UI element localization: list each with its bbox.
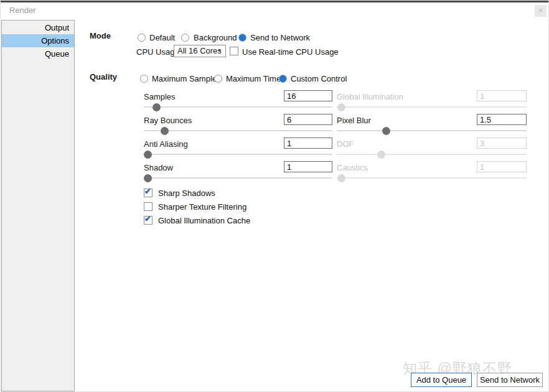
close-icon[interactable]: ✕ [535, 5, 547, 17]
slider-handle[interactable] [377, 151, 385, 159]
radio-custom-control[interactable] [279, 75, 287, 83]
slider-handle[interactable] [337, 103, 345, 111]
slider-label: DOF [337, 139, 354, 149]
checkbox-sharper-texture-filtering-label: Sharper Texture Filtering [158, 202, 246, 212]
slider-value-input[interactable] [284, 114, 332, 125]
radio-background[interactable] [181, 34, 189, 42]
cpu-usage-select[interactable]: All 16 Cores ▼ [174, 45, 226, 57]
checkmark-icon: ✔ [144, 214, 151, 223]
slider-value-input[interactable] [477, 161, 527, 172]
slider-value-input[interactable] [284, 161, 332, 172]
radio-maximum-samples-label: Maximum Samples [152, 74, 221, 83]
realtime-cpu-label: Use Real-time CPU Usage [242, 47, 339, 57]
chevron-down-icon: ▼ [217, 45, 222, 57]
radio-default[interactable] [138, 34, 146, 42]
slider-handle[interactable] [152, 103, 161, 111]
radio-maximum-time[interactable] [214, 75, 222, 83]
slider-track[interactable] [144, 154, 332, 155]
slider-row-caustics: Caustics [337, 162, 527, 184]
slider-label: Anti Aliasing [144, 139, 188, 149]
checkmark-icon: ✔ [144, 187, 151, 196]
realtime-cpu-checkbox[interactable]: ✔ [230, 47, 238, 55]
slider-handle[interactable] [144, 151, 152, 159]
slider-value-input[interactable] [477, 138, 527, 149]
radio-maximum-time-label: Maximum Time [226, 74, 281, 83]
slider-track[interactable] [337, 154, 527, 155]
slider-label: Caustics [337, 163, 368, 172]
quality-section-label: Quality [90, 72, 117, 82]
sidebar-item-queue[interactable]: Queue [2, 47, 74, 60]
slider-row-global-illumination: Global Illumination [337, 91, 527, 113]
checkbox-global-illumination-cache-label: Global Illumination Cache [158, 216, 250, 225]
slider-label: Global Illumination [337, 92, 403, 101]
slider-value-input[interactable] [284, 90, 332, 101]
slider-handle[interactable] [382, 127, 390, 135]
slider-label: Samples [144, 92, 176, 101]
cpu-usage-value: All 16 Cores [177, 46, 222, 55]
cpu-usage-label: CPU Usage [136, 47, 179, 57]
slider-handle[interactable] [144, 174, 152, 182]
slider-value-input[interactable] [477, 90, 527, 101]
slider-value-input[interactable] [477, 114, 527, 125]
slider-row-pixel-blur: Pixel Blur [337, 115, 527, 136]
slider-track[interactable] [337, 130, 527, 131]
slider-track[interactable] [337, 106, 527, 108]
radio-default-label: Default [149, 33, 175, 42]
slider-track[interactable] [337, 177, 527, 179]
slider-row-shadow: Shadow [144, 162, 332, 184]
checkbox-sharp-shadows[interactable]: ✔ [144, 189, 152, 197]
mode-section-label: Mode [90, 31, 111, 40]
slider-row-anti-aliasing: Anti Aliasing [144, 139, 332, 160]
radio-custom-control-label: Custom Control [291, 74, 347, 83]
radio-send-to-network-label: Send to Network [250, 33, 310, 42]
slider-track[interactable] [144, 106, 332, 108]
window-title: Render [9, 6, 36, 15]
slider-row-dof: DOF [337, 139, 527, 160]
slider-handle[interactable] [337, 174, 345, 182]
slider-label: Shadow [144, 163, 173, 172]
radio-background-label: Background [194, 33, 237, 42]
add-to-queue-button[interactable]: Add to Queue [411, 373, 472, 387]
slider-row-ray-bounces: Ray Bounces [144, 115, 332, 136]
checkbox-global-illumination-cache[interactable]: ✔ [144, 216, 152, 225]
checkbox-sharper-texture-filtering[interactable]: ✔ [144, 202, 152, 211]
window-top-strip [1, 1, 548, 2]
send-to-network-button[interactable]: Send to Network [477, 373, 543, 387]
radio-send-to-network[interactable] [238, 34, 246, 42]
slider-row-samples: Samples [144, 91, 332, 113]
slider-track[interactable] [144, 130, 332, 131]
slider-label: Ray Bounces [144, 116, 192, 125]
slider-handle[interactable] [161, 127, 169, 135]
sidebar: Output Options Queue [1, 20, 75, 391]
sidebar-item-options[interactable]: Options [2, 34, 74, 47]
slider-label: Pixel Blur [337, 116, 371, 125]
slider-value-input[interactable] [284, 138, 332, 149]
slider-track[interactable] [144, 177, 332, 179]
render-dialog: Render ✕ Output Options Queue Mode Defau… [0, 0, 549, 392]
radio-maximum-samples[interactable] [140, 75, 148, 83]
checkbox-sharp-shadows-label: Sharp Shadows [158, 189, 215, 198]
sidebar-item-output[interactable]: Output [2, 21, 74, 34]
